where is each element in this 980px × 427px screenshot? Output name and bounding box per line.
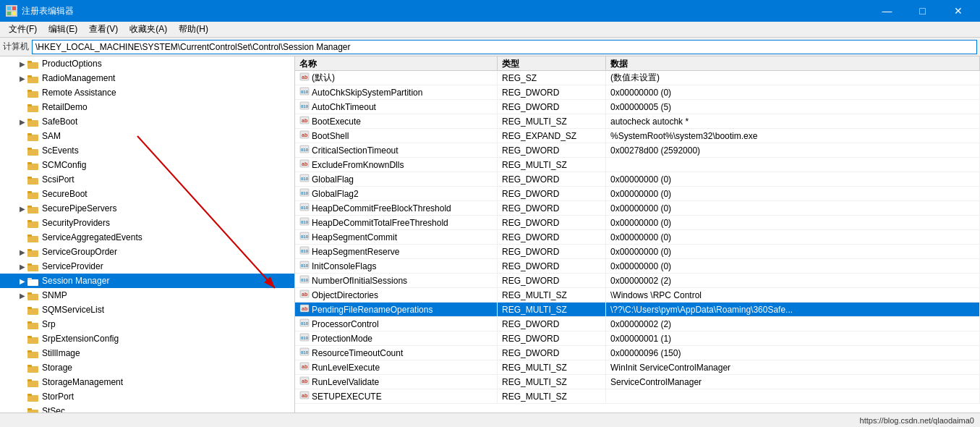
value-row[interactable]: 010 GlobalFlagREG_DWORD0x00000000 (0) [295, 172, 980, 187]
value-row[interactable]: ab BootShellREG_EXPAND_SZ%SystemRoot%\sy… [295, 129, 980, 143]
tree-item-securepipeservers[interactable]: ▶ SecurePipeServers [0, 201, 294, 216]
svg-rect-4 [27, 62, 38, 69]
value-row[interactable]: ab (默认)REG_SZ(数值未设置) [295, 71, 980, 85]
tree-item-scsiport[interactable]: ScsiPort [0, 172, 294, 187]
svg-rect-49 [27, 379, 32, 381]
value-type: REG_DWORD [498, 331, 606, 345]
value-data: 0x00000000 (0) [606, 172, 980, 186]
tree-item-session-manager[interactable]: ▶ Session Manager [0, 274, 294, 288]
tree-item-serviceprovider[interactable]: ▶ ServiceProvider [0, 259, 294, 274]
menu-help[interactable]: 帮助(H) [173, 22, 214, 38]
tree-item-scmconfig[interactable]: SCMConfig [0, 158, 294, 172]
value-row[interactable]: ab PendingFileRenameOperationsREG_MULTI_… [295, 303, 980, 317]
registry-tree: ▶ ProductOptions▶ RadioManagement Remote… [0, 56, 295, 413]
svg-rect-34 [27, 279, 38, 286]
svg-text:010: 010 [301, 321, 309, 326]
value-row[interactable]: 010 ProtectionModeREG_DWORD0x00000001 (1… [295, 331, 980, 346]
value-row[interactable]: 010 InitConsoleFlagsREG_DWORD0x00000000 … [295, 259, 980, 274]
tree-item-srpextensionconfig[interactable]: SrpExtensionConfig [0, 331, 294, 346]
value-data: WinInit ServiceControlManager [606, 360, 980, 374]
tree-item-sam[interactable]: SAM [0, 129, 294, 143]
menu-view[interactable]: 查看(V) [83, 22, 124, 38]
value-row[interactable]: 010 GlobalFlag2REG_DWORD0x00000000 (0) [295, 187, 980, 201]
close-button[interactable]: ✕ [942, 0, 974, 22]
tree-item-storagemanagement[interactable]: StorageManagement [0, 375, 294, 389]
value-row[interactable]: 010 CriticalSectionTimeoutREG_DWORD0x002… [295, 143, 980, 158]
value-row[interactable]: 010 HeapSegmentCommitREG_DWORD0x00000000… [295, 230, 980, 245]
svg-rect-25 [27, 206, 32, 208]
tree-item-storage[interactable]: Storage [0, 360, 294, 375]
tree-item-stillimage[interactable]: StillImage [0, 346, 294, 360]
value-row[interactable]: ab SETUPEXECUTEREG_MULTI_SZ [295, 389, 980, 404]
tree-label: ServiceGroupOrder [42, 247, 117, 257]
value-type: REG_MULTI_SZ [498, 114, 606, 128]
svg-rect-21 [27, 177, 32, 179]
value-row[interactable]: ab ExcludeFromKnownDllsREG_MULTI_SZ [295, 158, 980, 172]
value-data: 0x00000000 (0) [606, 201, 980, 215]
ab-icon: ab [299, 361, 312, 373]
tree-item-scevents[interactable]: ScEvents [0, 143, 294, 158]
tree-item-srp[interactable]: Srp [0, 317, 294, 331]
value-name: ab SETUPEXECUTE [295, 389, 498, 403]
value-row[interactable]: ab RunLevelExecuteREG_MULTI_SZWinInit Se… [295, 360, 980, 375]
value-row[interactable]: 010 HeapDeCommitFreeBlockThresholdREG_DW… [295, 201, 980, 216]
tree-item-serviceaggregatedevents[interactable]: ServiceAggregatedEvents [0, 230, 294, 245]
value-data: 0x00000000 (0) [606, 245, 980, 258]
value-type: REG_DWORD [498, 317, 606, 331]
tree-label: Session Manager [42, 276, 109, 286]
tree-item-securityproviders[interactable]: SecurityProviders [0, 216, 294, 230]
tree-item-productoptions[interactable]: ▶ ProductOptions [0, 56, 294, 71]
value-row[interactable]: ab BootExecuteREG_MULTI_SZautocheck auto… [295, 114, 980, 129]
tree-item-remote-assistance[interactable]: Remote Assistance [0, 85, 294, 100]
tree-label: SecurityProviders [42, 218, 110, 228]
tree-item-radiomanagement[interactable]: ▶ RadioManagement [0, 71, 294, 85]
maximize-button[interactable]: □ [906, 0, 939, 22]
value-row[interactable]: 010 AutoChkTimeoutREG_DWORD0x00000005 (5… [295, 100, 980, 114]
value-row[interactable]: 010 ResourceTimeoutCountREG_DWORD0x00000… [295, 346, 980, 360]
tree-item-retaildemo[interactable]: RetailDemo [0, 100, 294, 114]
tree-label: SNMP [42, 290, 67, 300]
tree-label: ProductOptions [42, 59, 102, 69]
tree-item-snmp[interactable]: ▶ SNMP [0, 288, 294, 303]
value-row[interactable]: 010 ProcessorControlREG_DWORD0x00000002 … [295, 317, 980, 331]
svg-rect-51 [27, 394, 32, 396]
svg-text:010: 010 [301, 90, 309, 94]
svg-rect-29 [27, 234, 32, 237]
value-data: 0x00000005 (5) [606, 100, 980, 114]
value-row[interactable]: 010 NumberOfInitialSessionsREG_DWORD0x00… [295, 274, 980, 288]
svg-rect-14 [27, 135, 38, 141]
value-type: REG_MULTI_SZ [498, 288, 606, 302]
value-data: 0x00000000 (0) [606, 85, 980, 99]
ab-icon: ab [299, 303, 312, 316]
address-input[interactable] [32, 40, 977, 54]
folder-icon [27, 203, 39, 214]
tree-item-servicegrouporder[interactable]: ▶ ServiceGroupOrder [0, 245, 294, 259]
tree-item-secureboot[interactable]: SecureBoot [0, 187, 294, 201]
value-row[interactable]: ab RunLevelValidateREG_MULTI_SZServiceCo… [295, 375, 980, 389]
svg-rect-10 [27, 106, 38, 112]
svg-rect-9 [27, 90, 32, 92]
svg-rect-19 [27, 162, 32, 164]
value-row[interactable]: 010 AutoChkSkipSystemPartitionREG_DWORD0… [295, 85, 980, 100]
value-data: %SystemRoot%\system32\bootim.exe [606, 129, 980, 143]
folder-icon [27, 117, 39, 127]
value-type: REG_MULTI_SZ [498, 360, 606, 374]
tree-item-safeboot[interactable]: ▶ SafeBoot [0, 114, 294, 129]
tree-label: RetailDemo [42, 102, 88, 112]
value-data: autocheck autochk * [606, 114, 980, 128]
value-row[interactable]: 010 HeapDeCommitTotalFreeThresholdREG_DW… [295, 216, 980, 230]
minimize-button[interactable]: — [871, 0, 903, 22]
tree-item-sqmservicelist[interactable]: SQMServiceList [0, 303, 294, 317]
value-row[interactable]: ab ObjectDirectoriesREG_MULTI_SZ\Windows… [295, 288, 980, 303]
value-type: REG_SZ [498, 71, 606, 85]
tree-label: ServiceAggregatedEvents [42, 232, 142, 242]
tree-label: SCMConfig [42, 160, 86, 170]
menu-edit[interactable]: 编辑(E) [43, 22, 83, 38]
menu-favorites[interactable]: 收藏夹(A) [124, 22, 173, 38]
value-row[interactable]: 010 HeapSegmentReserveREG_DWORD0x0000000… [295, 245, 980, 259]
menu-file[interactable]: 文件(F) [3, 22, 43, 38]
tree-item-stsec[interactable]: StSec [0, 404, 294, 413]
tree-item-storport[interactable]: StorPort [0, 389, 294, 404]
value-rows: ab (默认)REG_SZ(数值未设置) 010 AutoChkSkipSyst… [295, 71, 980, 404]
folder-icon [27, 305, 39, 315]
